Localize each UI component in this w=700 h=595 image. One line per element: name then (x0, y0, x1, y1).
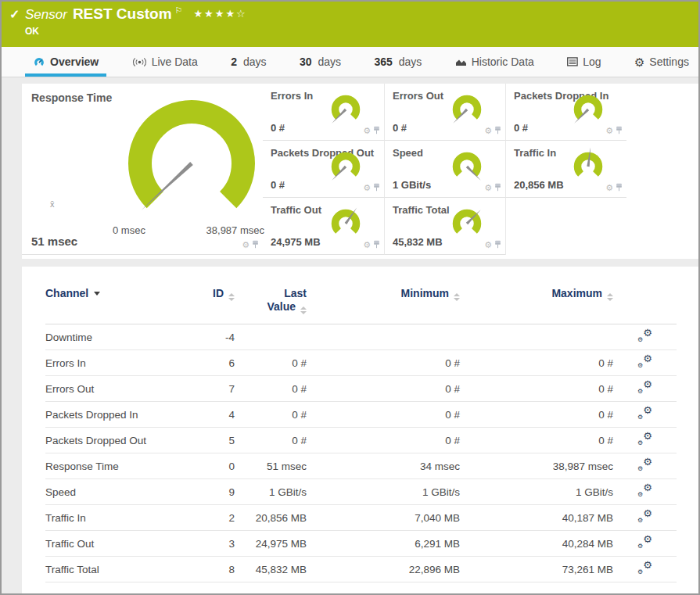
channel-settings-icon[interactable]: ⚙⚙ (637, 356, 652, 368)
column-header-last-value[interactable]: LastValue (235, 267, 307, 324)
id-cell: 6 (186, 350, 235, 376)
id-cell: 8 (186, 557, 235, 582)
column-header-id[interactable]: ID (186, 267, 235, 324)
id-cell: 2 (186, 505, 235, 531)
sensor-title-line: SensorREST Custom⚐★★★★☆ (2, 2, 698, 23)
sort-icon (607, 293, 613, 301)
table-row-packets-dropped-out[interactable]: Packets Dropped Out50 #0 #0 #⚙⚙ (45, 428, 677, 453)
channel-settings-icon[interactable]: ⚙⚙ (637, 330, 652, 342)
pin-icon[interactable] (616, 181, 623, 195)
empty-grid-cell (505, 198, 626, 255)
gear-icon[interactable]: ⚙ (484, 241, 492, 249)
sensor-name: REST Custom (73, 5, 172, 22)
gear-icon[interactable]: ⚙ (605, 184, 613, 192)
channel-settings-icon[interactable]: ⚙⚙ (637, 407, 652, 420)
table-row-traffic-in[interactable]: Traffic In220,856 MB7,040 MB40,187 MB⚙⚙ (45, 505, 677, 531)
last-cell: 24,975 MB (235, 531, 307, 557)
channel-settings-icon[interactable]: ⚙⚙ (637, 562, 652, 575)
pin-icon[interactable] (373, 181, 380, 195)
log-list-icon (567, 57, 578, 66)
gear-icon[interactable]: ⚙ (242, 241, 249, 249)
pin-icon[interactable] (252, 238, 259, 252)
column-header-channel[interactable]: Channel (45, 267, 186, 324)
priority-stars[interactable]: ★★★★☆ (193, 8, 246, 20)
gear-icon[interactable]: ⚙ (363, 184, 371, 192)
channel-settings-icon[interactable]: ⚙⚙ (637, 485, 652, 497)
channel-settings-icon[interactable]: ⚙⚙ (637, 459, 652, 471)
primary-gauge-title: Response Time (31, 91, 112, 104)
packets-dropped-in-gauge (567, 90, 609, 132)
pin-icon[interactable] (373, 238, 380, 252)
table-row-traffic-total[interactable]: Traffic Total845,832 MB22,896 MB73,261 M… (45, 557, 677, 582)
id-cell: 4 (186, 402, 235, 428)
tab-overview[interactable]: Overview (25, 47, 106, 77)
tab-log[interactable]: Log (559, 47, 608, 77)
pin-icon[interactable] (373, 124, 380, 138)
pin-icon[interactable] (616, 124, 623, 138)
table-row-downtime[interactable]: Downtime-4⚙⚙ (45, 324, 677, 350)
response-time-tile: Response Time x̄ 0 msec 38,987 msec 51 m… (22, 84, 263, 255)
id-cell: -4 (186, 324, 235, 350)
gauge-title: Errors In (271, 90, 313, 102)
table-row-speed[interactable]: Speed91 GBit/s1 GBit/s1 GBit/s⚙⚙ (45, 479, 677, 505)
table-row-traffic-out[interactable]: Traffic Out324,975 MB6,291 MB40,284 MB⚙⚙ (45, 531, 677, 557)
min-cell: 1 GBit/s (307, 479, 460, 505)
channel-cell: Traffic In (45, 505, 186, 531)
channel-settings-icon[interactable]: ⚙⚙ (637, 382, 652, 394)
tab-historic-data[interactable]: Historic Data (447, 47, 542, 77)
channel-settings-icon[interactable]: ⚙⚙ (637, 433, 652, 446)
channel-cell: Response Time (45, 453, 186, 479)
row-actions-cell: ⚙⚙ (613, 453, 677, 479)
channel-cell: Errors Out (45, 376, 186, 402)
id-cell: 7 (186, 376, 235, 402)
tab-settings[interactable]: ⚙Settings (626, 47, 697, 77)
gauge-max-label: 38,987 msec (206, 224, 264, 236)
min-cell: 34 msec (307, 453, 460, 479)
gear-icon[interactable]: ⚙ (484, 184, 492, 192)
column-header-maximum[interactable]: Maximum (460, 267, 613, 324)
table-row-response-time[interactable]: Response Time051 msec34 msec38,987 msec⚙… (45, 453, 677, 479)
tab-label: Settings (649, 56, 689, 68)
tab-2-days[interactable]: 2days (223, 47, 274, 77)
row-actions-cell: ⚙⚙ (613, 350, 677, 376)
gauge-title: Errors Out (393, 90, 443, 102)
pin-icon[interactable] (494, 181, 501, 195)
table-row-packets-dropped-in[interactable]: Packets Dropped In40 #0 #0 #⚙⚙ (45, 402, 677, 428)
gauge-tile-traffic-total: Traffic Total45,832 MB⚙ (384, 198, 505, 255)
tab-label: days (243, 56, 267, 68)
channel-settings-icon[interactable]: ⚙⚙ (637, 511, 652, 523)
column-header-minimum[interactable]: Minimum (307, 267, 460, 324)
table-row-errors-out[interactable]: Errors Out70 #0 #0 #⚙⚙ (45, 376, 677, 402)
last-cell: 1 GBit/s (235, 479, 307, 505)
tab-30-days[interactable]: 30days (292, 47, 349, 77)
tab-number: 365 (374, 56, 392, 68)
max-cell: 1 GBit/s (460, 479, 613, 505)
gear-icon[interactable]: ⚙ (363, 241, 371, 249)
tab-label: days (318, 56, 341, 68)
table-row-errors-in[interactable]: Errors In60 #0 #0 #⚙⚙ (45, 350, 677, 376)
traffic-total-gauge (446, 204, 488, 246)
column-label: Minimum (401, 287, 449, 299)
channel-cell: Errors In (45, 350, 186, 376)
gauge-tile-packets-dropped-in: Packets Dropped In0 #⚙ (505, 84, 626, 141)
pin-icon[interactable] (494, 238, 501, 252)
gear-icon[interactable]: ⚙ (363, 127, 371, 135)
tab-365-days[interactable]: 365days (366, 47, 429, 77)
sort-icon (228, 293, 235, 301)
live-data-icon (132, 57, 147, 67)
tab-live-data[interactable]: Live Data (124, 47, 206, 77)
flag-icon[interactable]: ⚐ (175, 5, 183, 15)
gauge-tile-packets-dropped-out: Packets Dropped Out0 #⚙ (263, 141, 384, 198)
gear-icon[interactable]: ⚙ (484, 127, 492, 135)
pin-icon[interactable] (494, 124, 501, 138)
speed-gauge (446, 147, 488, 189)
gear-icon[interactable]: ⚙ (605, 127, 613, 135)
max-cell: 0 # (460, 428, 613, 453)
small-gauges-grid: Errors In0 #⚙Errors Out0 #⚙Packets Dropp… (263, 84, 626, 255)
min-cell: 7,040 MB (307, 505, 460, 531)
channel-cell: Downtime (45, 324, 186, 350)
row-actions-cell: ⚙⚙ (613, 376, 677, 402)
row-actions-cell: ⚙⚙ (613, 402, 677, 428)
channel-settings-icon[interactable]: ⚙⚙ (637, 536, 652, 549)
channel-cell: Speed (45, 479, 186, 505)
